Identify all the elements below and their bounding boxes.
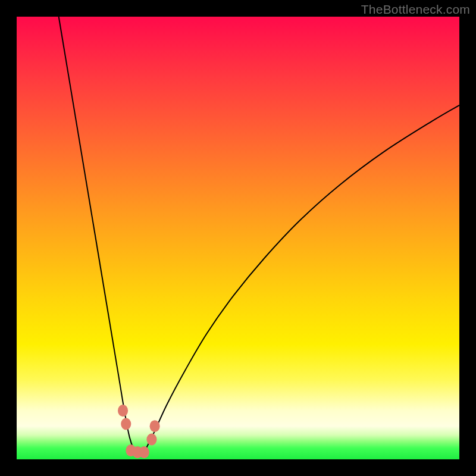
marker-blobs [118,405,160,458]
outer-frame: TheBottleneck.com [0,0,476,476]
left-curve [59,17,134,450]
blob-right-upper [150,420,160,432]
right-curve [145,105,459,450]
blob-left-upper [118,405,128,416]
blob-floor-3 [139,446,149,458]
blob-right-lower [146,433,156,445]
blob-left-lower [121,418,131,430]
watermark-text: TheBottleneck.com [361,2,470,17]
chart-svg [17,17,459,459]
plot-area [17,17,459,459]
